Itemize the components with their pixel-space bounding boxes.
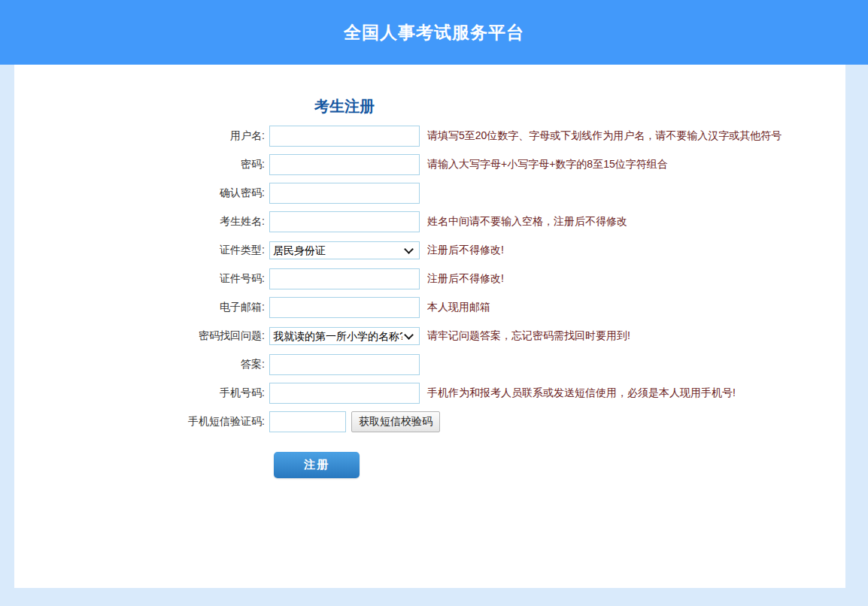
registration-form: 用户名: 请填写5至20位数字、字母或下划线作为用户名，请不要输入汉字或其他符号… <box>14 126 845 478</box>
mobile-number-label: 手机号码: <box>14 386 269 400</box>
row-password: 密码: 请输入大写字母+小写字母+数字的8至15位字符组合 <box>14 154 845 175</box>
answer-label: 答案: <box>14 358 269 371</box>
id-type-hint: 注册后不得修改! <box>427 244 504 257</box>
get-sms-code-button[interactable]: 获取短信校验码 <box>351 411 440 432</box>
row-candidate-name: 考生姓名: 姓名中间请不要输入空格，注册后不得修改 <box>14 211 845 232</box>
candidate-name-label: 考生姓名: <box>14 215 269 229</box>
security-question-label: 密码找回问题: <box>14 329 269 343</box>
app-header: 全国人事考试服务平台 <box>0 0 868 65</box>
id-number-label: 证件号码: <box>14 272 269 286</box>
answer-input[interactable] <box>269 354 420 375</box>
id-type-label: 证件类型: <box>14 244 269 257</box>
row-mobile-number: 手机号码: 手机作为和报考人员联系或发送短信使用，必须是本人现用手机号! <box>14 383 845 404</box>
candidate-name-hint: 姓名中间请不要输入空格，注册后不得修改 <box>427 215 627 229</box>
row-sms-code: 手机短信验证码: 获取短信校验码 <box>14 411 845 432</box>
row-id-number: 证件号码: 注册后不得修改! <box>14 268 845 289</box>
security-question-hint: 请牢记问题答案，忘记密码需找回时要用到! <box>427 329 630 343</box>
mobile-number-hint: 手机作为和报考人员联系或发送短信使用，必须是本人现用手机号! <box>427 386 736 400</box>
security-question-select[interactable]: 我就读的第一所小学的名称? <box>269 327 420 345</box>
row-username: 用户名: 请填写5至20位数字、字母或下划线作为用户名，请不要输入汉字或其他符号 <box>14 126 845 147</box>
app-title: 全国人事考试服务平台 <box>344 21 524 44</box>
email-hint: 本人现用邮箱 <box>427 301 490 314</box>
row-email: 电子邮箱: 本人现用邮箱 <box>14 297 845 318</box>
row-answer: 答案: <box>14 354 845 375</box>
password-hint: 请输入大写字母+小写字母+数字的8至15位字符组合 <box>427 158 668 171</box>
username-hint: 请填写5至20位数字、字母或下划线作为用户名，请不要输入汉字或其他符号 <box>427 129 782 143</box>
register-button[interactable]: 注册 <box>274 452 360 478</box>
confirm-password-input[interactable] <box>269 183 420 204</box>
username-label: 用户名: <box>14 129 269 143</box>
mobile-number-input[interactable] <box>269 383 420 404</box>
id-number-hint: 注册后不得修改! <box>427 272 504 286</box>
sms-code-input[interactable] <box>269 411 346 432</box>
id-number-input[interactable] <box>269 268 420 289</box>
security-question-select-wrap: 我就读的第一所小学的名称? <box>269 327 420 345</box>
row-confirm-password: 确认密码: <box>14 183 845 204</box>
sms-code-label: 手机短信验证码: <box>14 415 269 429</box>
id-type-select[interactable]: 居民身份证 <box>269 241 420 259</box>
username-input[interactable] <box>269 126 420 147</box>
content-panel: 考生注册 用户名: 请填写5至20位数字、字母或下划线作为用户名，请不要输入汉字… <box>14 65 845 588</box>
confirm-password-label: 确认密码: <box>14 186 269 200</box>
candidate-name-input[interactable] <box>269 211 420 232</box>
row-security-question: 密码找回问题: 我就读的第一所小学的名称? 请牢记问题答案，忘记密码需找回时要用… <box>14 326 845 347</box>
row-id-type: 证件类型: 居民身份证 注册后不得修改! <box>14 240 845 261</box>
password-input[interactable] <box>269 154 420 175</box>
form-title: 考生注册 <box>269 65 420 117</box>
email-label: 电子邮箱: <box>14 301 269 314</box>
register-button-row: 注册 <box>14 440 845 478</box>
password-label: 密码: <box>14 158 269 171</box>
email-input[interactable] <box>269 297 420 318</box>
id-type-select-wrap: 居民身份证 <box>269 241 420 259</box>
